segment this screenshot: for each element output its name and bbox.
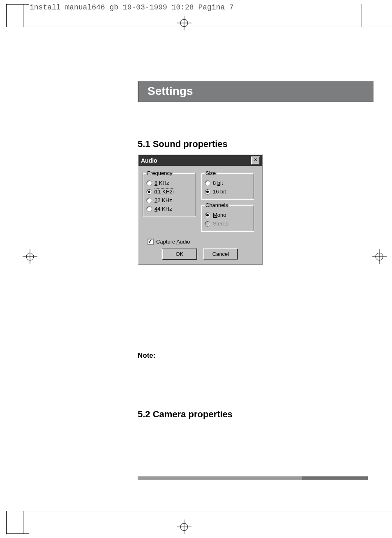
freq-44khz-label: 44 KHz (154, 206, 172, 212)
registration-mark-left (23, 249, 37, 264)
size-8bit-radio[interactable]: 8 bit (205, 179, 251, 187)
dialog-title-bar: Audio × (138, 155, 262, 166)
registration-mark-bottom (177, 520, 191, 534)
page-title-banner: Settings (138, 81, 374, 102)
channels-group: Channels Mono Stereo (201, 202, 254, 232)
crop-mark-tl (6, 4, 29, 27)
freq-8khz-radio[interactable]: 8 KHz (146, 179, 192, 187)
radio-icon (146, 206, 152, 212)
checkbox-icon (148, 239, 154, 245)
footer-divider (138, 476, 368, 480)
crop-mark-bl-inner (23, 511, 23, 534)
dialog-title: Audio (141, 157, 157, 164)
freq-44khz-radio[interactable]: 44 KHz (146, 205, 192, 213)
top-trim-line (16, 27, 392, 27)
registration-mark-right (372, 249, 387, 264)
size-16bit-label: 16 bit (213, 189, 226, 195)
capture-audio-checkbox[interactable]: Capture Audio (148, 237, 258, 246)
radio-icon (205, 189, 210, 195)
registration-mark-top (177, 16, 191, 30)
radio-icon (205, 221, 210, 227)
capture-audio-label: Capture Audio (156, 239, 190, 245)
freq-11khz-label: 11 KHz (154, 189, 173, 195)
freq-22khz-label: 22 KHz (154, 197, 172, 203)
channels-mono-label: Mono (213, 212, 226, 218)
press-header: install_manual646_gb 19-03-1999 10:28 Pa… (30, 3, 234, 11)
note-label: Note: (138, 352, 368, 360)
crop-mark-tl-inner (23, 4, 23, 27)
radio-icon (146, 180, 152, 186)
close-icon[interactable]: × (251, 156, 260, 165)
crop-mark-tr (362, 4, 362, 27)
freq-22khz-radio[interactable]: 22 KHz (146, 196, 192, 205)
crop-mark-bl (6, 511, 29, 534)
frequency-group: Frequency 8 KHz 11 KHz 22 KHz (143, 170, 196, 217)
freq-8khz-label: 8 KHz (154, 180, 169, 186)
ok-button[interactable]: OK (162, 248, 197, 260)
channels-stereo-radio: Stereo (205, 219, 251, 228)
channels-legend: Channels (205, 202, 229, 208)
section-5-2-heading: 5.2 Camera properties (138, 409, 368, 420)
radio-icon (146, 198, 152, 203)
radio-icon (205, 180, 210, 186)
size-8bit-label: 8 bit (213, 180, 223, 186)
frequency-legend: Frequency (146, 170, 173, 176)
size-legend: Size (205, 170, 217, 176)
section-5-1-heading: 5.1 Sound properties (138, 139, 368, 149)
bottom-trim-line (16, 511, 392, 511)
channels-stereo-label: Stereo (213, 221, 228, 227)
size-16bit-radio[interactable]: 16 bit (205, 187, 251, 196)
radio-icon (146, 189, 152, 195)
size-group: Size 8 bit 16 bit (201, 170, 254, 200)
radio-icon (205, 212, 210, 218)
audio-dialog: Audio × Frequency 8 KHz 11 KHz (138, 154, 263, 265)
freq-11khz-radio[interactable]: 11 KHz (146, 187, 192, 196)
channels-mono-radio[interactable]: Mono (205, 211, 251, 219)
cancel-button[interactable]: Cancel (203, 248, 238, 260)
